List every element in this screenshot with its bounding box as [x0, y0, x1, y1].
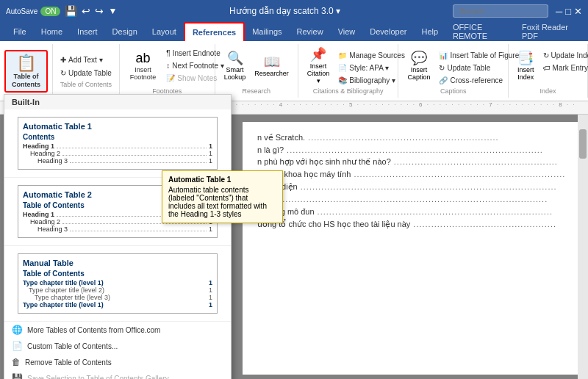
research-group-label: Research — [243, 87, 271, 95]
doc-line: ướng tổ chức cho HS học theo tài liệu nà… — [257, 220, 578, 229]
manual-table-preview: Manual Table Table of Contents Type chap… — [18, 253, 218, 314]
bibliography-icon: 📚 — [338, 76, 347, 84]
close-icon[interactable]: ✕ — [574, 6, 582, 17]
ribbon-content: 📋 Table ofContents ✚ Add Text ▾ ↻ Update… — [0, 41, 588, 101]
more-toc-item[interactable]: 🌐 More Tables of Contents from Office.co… — [4, 322, 231, 338]
mark-entry-icon: 🏷 — [543, 64, 551, 72]
update-index-button[interactable]: ↻ Update Index — [540, 50, 588, 61]
tab-office-remote[interactable]: OFFICE REMOTE — [445, 22, 514, 41]
minimize-icon[interactable]: ─ — [556, 6, 562, 17]
captions-group-label: Captions — [404, 87, 502, 95]
add-text-button[interactable]: ✚ Add Text ▾ — [57, 54, 115, 65]
custom-toc-icon: 📄 — [12, 341, 23, 351]
tab-references[interactable]: References — [184, 22, 245, 41]
tooltip-description: Automatic table contents (labeled "Conte… — [168, 186, 276, 218]
remove-toc-icon: 🗑 — [12, 357, 21, 367]
tab-help[interactable]: Help — [414, 22, 445, 41]
style-icon: 📄 — [338, 64, 347, 72]
tab-file[interactable]: File — [6, 22, 34, 41]
add-text-icon: ✚ — [60, 56, 66, 64]
tab-review[interactable]: Review — [290, 22, 331, 41]
doc-line: n là gì?................................… — [257, 145, 578, 154]
undo-icon[interactable]: ↩ — [82, 5, 90, 17]
autosave-toggle[interactable]: ON — [40, 7, 60, 16]
table-of-contents-button[interactable]: 📋 Table ofContents — [4, 50, 48, 93]
maximize-icon[interactable]: □ — [565, 6, 571, 17]
citations-group-label: Citations & Bibliography — [304, 87, 392, 95]
remove-toc-item[interactable]: 🗑 Remove Table of Contents — [4, 354, 231, 370]
doc-line: ức từng mô đun..........................… — [257, 207, 578, 217]
doc-line: u giao diện.............................… — [257, 182, 578, 192]
insert-footnote-button[interactable]: ab InsertFootnote — [126, 47, 161, 84]
doc-line: liện....................................… — [257, 195, 578, 204]
next-footnote-icon: ↕ — [166, 62, 170, 70]
footnote-icon: ab — [136, 51, 151, 66]
autosave-label: AutoSave ON — [6, 7, 60, 16]
toc-label: Table ofContents — [12, 73, 40, 89]
built-in-label: Built-In — [4, 95, 231, 109]
save-icon[interactable]: 💾 — [65, 5, 77, 17]
smart-lookup-button[interactable]: 🔍 SmartLookup — [221, 47, 249, 84]
bibliography-button[interactable]: 📚 Bibliography ▾ — [335, 75, 408, 86]
customize-icon[interactable]: ▼ — [108, 6, 117, 16]
autosave-text: AutoSave — [6, 7, 37, 15]
document-content: n về Scratch............................… — [257, 133, 578, 229]
tab-foxit[interactable]: Foxit Reader PDF — [514, 22, 582, 41]
manual-table-option[interactable]: Manual Table Table of Contents Type chap… — [4, 246, 231, 322]
citation-icon: 📌 — [310, 46, 326, 62]
tab-mailings[interactable]: Mailings — [245, 22, 289, 41]
redo-icon[interactable]: ↪ — [95, 5, 104, 17]
mark-entry-button[interactable]: 🏷 Mark Entry — [540, 62, 588, 73]
toc-group-label: Table of Contents — [57, 81, 115, 88]
tooltip-title: Automatic Table 1 — [168, 176, 276, 184]
tab-view[interactable]: View — [331, 22, 363, 41]
smart-lookup-icon: 🔍 — [227, 50, 243, 66]
save-selection-icon: 💾 — [12, 373, 23, 379]
tab-design[interactable]: Design — [105, 22, 145, 41]
add-text-label: Add Text ▾ — [68, 56, 103, 64]
tab-layout[interactable]: Layout — [145, 22, 184, 41]
update-table-label: Update Table — [68, 69, 112, 77]
insert-citation-button[interactable]: 📌 InsertCitation ▾ — [304, 47, 333, 84]
endnote-label: Insert Endnote — [173, 49, 220, 57]
automatic-table-1-option[interactable]: Automatic Table 1 Contents Heading 11 He… — [4, 109, 231, 178]
update-table2-icon: ↻ — [439, 64, 445, 72]
search-input[interactable] — [453, 4, 548, 18]
title-text: Hướng dẫn dạy scatch 3.0 ▾ — [229, 6, 340, 16]
ribbon-tabs: File Home Insert Design Layout Reference… — [0, 22, 588, 41]
tab-developer[interactable]: Developer — [362, 22, 414, 41]
tab-insert[interactable]: Insert — [70, 22, 105, 41]
doc-line: n về Scratch............................… — [257, 133, 578, 142]
insert-index-button[interactable]: 📑 InsertIndex — [514, 47, 537, 84]
update-table-icon: ↻ — [60, 69, 66, 77]
researcher-button[interactable]: 📖 Researcher — [251, 47, 292, 84]
index-icon: 📑 — [517, 50, 534, 66]
table-figures-icon: 📊 — [439, 51, 448, 59]
cross-ref-icon: 🔗 — [439, 76, 448, 84]
remove-toc-label: Remove Table of Contents — [25, 358, 112, 367]
style-button[interactable]: 📄 Style: APA ▾ — [335, 62, 408, 73]
title-bar-right: ─ □ ✕ — [453, 4, 582, 18]
auto-table1-title: Automatic Table 1 — [23, 122, 212, 131]
title-bar-left: AutoSave ON 💾 ↩ ↪ ▼ — [6, 5, 117, 17]
caption-icon: 💬 — [411, 50, 427, 66]
show-notes-label: Show Notes — [177, 74, 217, 82]
manage-sources-button[interactable]: 📁 Manage Sources — [335, 50, 408, 61]
toc-dropdown: Built-In Automatic Table 1 Contents Head… — [4, 94, 232, 379]
update-index-icon: ↻ — [543, 51, 549, 59]
doc-line: n phù hợp với học sinh như thế nào?.....… — [257, 157, 578, 167]
toc-icon: 📋 — [16, 54, 36, 73]
tab-home[interactable]: Home — [34, 22, 70, 41]
index-group-label: Index — [514, 87, 581, 95]
auto-table1-preview: Automatic Table 1 Contents Heading 11 He… — [18, 117, 218, 170]
scrollbar-thumb[interactable] — [579, 129, 587, 159]
manage-icon: 📁 — [338, 51, 347, 59]
save-selection-label: Save Selection to Table of Contents Gall… — [27, 375, 174, 380]
show-notes-icon: 📝 — [166, 74, 175, 82]
globe-icon: 🌐 — [12, 325, 23, 335]
vertical-scrollbar[interactable] — [578, 115, 588, 379]
insert-caption-button[interactable]: 💬 InsertCaption — [404, 47, 433, 84]
update-table-button[interactable]: ↻ Update Table — [57, 68, 115, 79]
custom-toc-item[interactable]: 📄 Custom Table of Contents... — [4, 338, 231, 354]
save-selection-item: 💾 Save Selection to Table of Contents Ga… — [4, 370, 231, 379]
